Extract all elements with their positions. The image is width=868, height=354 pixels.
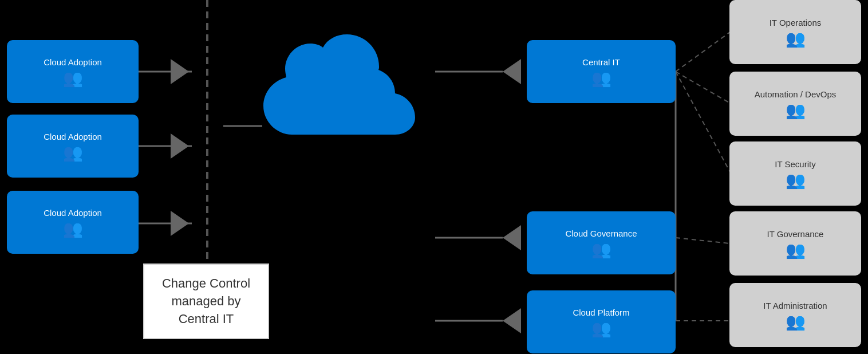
it-security-box: IT Security 👥 <box>729 141 861 206</box>
svg-line-13 <box>676 238 730 243</box>
people-icon-governance: 👥 <box>786 242 806 258</box>
arrow-left-central-it <box>503 59 521 84</box>
cloud-adoption-box-1: Cloud Adoption 👥 <box>7 40 139 103</box>
cloud-adoption-box-2: Cloud Adoption 👥 <box>7 115 139 178</box>
people-icon-1: 👥 <box>63 70 83 86</box>
it-governance-label: IT Governance <box>767 229 824 239</box>
cloud-platform-label: Cloud Platform <box>573 308 629 317</box>
automation-devops-box: Automation / DevOps 👥 <box>729 72 861 136</box>
it-administration-box: IT Administration 👥 <box>729 283 861 347</box>
cloud-governance-label: Cloud Governance <box>565 229 637 238</box>
it-operations-box: IT Operations 👥 <box>729 0 861 64</box>
people-icon-central-it: 👥 <box>591 70 611 86</box>
cloud-adoption-2-label: Cloud Adoption <box>44 132 102 141</box>
people-icon-cloud-governance: 👥 <box>591 242 611 258</box>
people-icon-administration: 👥 <box>786 314 806 330</box>
people-icon-3: 👥 <box>63 221 83 237</box>
arrow-right-2 <box>171 133 189 159</box>
people-icon-security: 👥 <box>786 172 806 188</box>
automation-devops-label: Automation / DevOps <box>755 89 837 99</box>
it-operations-label: IT Operations <box>770 18 822 27</box>
change-control-box: Change Control managed by Central IT <box>143 263 269 339</box>
cloud-adoption-3-label: Cloud Adoption <box>44 208 102 218</box>
diagram: Cloud Adoption 👥 Cloud Adoption 👥 Cloud … <box>0 0 868 354</box>
arrow-right-1 <box>171 59 189 84</box>
people-icon-devops: 👥 <box>786 103 806 119</box>
it-governance-box: IT Governance 👥 <box>729 211 861 276</box>
svg-line-10 <box>676 32 730 72</box>
arrow-left-cloud-platform <box>503 308 521 333</box>
change-control-text: Change Control managed by Central IT <box>162 276 250 326</box>
it-security-label: IT Security <box>775 159 815 169</box>
arrow-right-3 <box>171 211 189 236</box>
svg-line-12 <box>676 72 730 172</box>
it-administration-label: IT Administration <box>763 301 827 310</box>
arrow-left-cloud-governance <box>503 225 521 250</box>
cloud-adoption-box-3: Cloud Adoption 👥 <box>7 191 139 254</box>
cloud-shape <box>246 34 429 160</box>
central-it-box: Central IT 👥 <box>527 40 676 103</box>
central-it-label: Central IT <box>582 57 620 67</box>
people-icon-cloud-platform: 👥 <box>591 321 611 337</box>
people-icon-it-ops: 👥 <box>786 31 806 47</box>
people-icon-2: 👥 <box>63 145 83 161</box>
cloud-adoption-1-label: Cloud Adoption <box>44 57 102 67</box>
cloud-governance-box: Cloud Governance 👥 <box>527 211 676 274</box>
svg-line-11 <box>676 72 730 103</box>
cloud-platform-box: Cloud Platform 👥 <box>527 290 676 353</box>
